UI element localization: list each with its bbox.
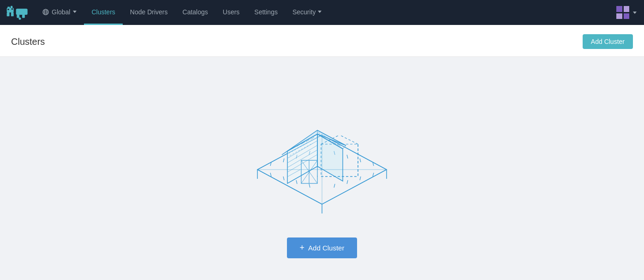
app-switcher-button[interactable]	[613, 2, 633, 23]
plus-icon: +	[300, 243, 305, 253]
globe-icon	[42, 9, 49, 15]
svg-rect-7	[16, 9, 28, 15]
nav-catalogs[interactable]: Catalogs	[175, 0, 215, 25]
security-chevron-icon	[318, 11, 322, 13]
nav-security-label: Security	[292, 8, 316, 16]
svg-line-24	[373, 173, 374, 177]
nav-catalogs-label: Catalogs	[183, 8, 208, 16]
svg-point-10	[19, 18, 21, 20]
app-switcher-chevron-icon	[633, 12, 637, 14]
svg-line-26	[347, 180, 348, 184]
svg-rect-9	[22, 15, 25, 18]
empty-state: + Add Cluster	[216, 84, 428, 258]
svg-rect-3	[7, 12, 10, 16]
logo-svg	[6, 4, 29, 21]
global-label: Global	[52, 8, 70, 16]
app-switcher-cell-2	[624, 6, 630, 12]
svg-point-5	[7, 9, 9, 10]
farm-illustration-svg	[216, 84, 428, 223]
svg-line-25	[360, 177, 361, 180]
svg-line-27	[334, 184, 335, 188]
add-cluster-center-label: Add Cluster	[308, 244, 344, 252]
nav-global[interactable]: Global	[35, 0, 84, 25]
svg-line-31	[283, 158, 284, 162]
add-cluster-center-button[interactable]: + Add Cluster	[287, 237, 358, 258]
nav-clusters[interactable]: Clusters	[84, 0, 122, 25]
app-switcher-cell-1	[616, 6, 622, 12]
navbar: Global Clusters Node Drivers Catalogs Us…	[0, 0, 644, 25]
svg-rect-8	[17, 15, 19, 18]
svg-point-6	[12, 8, 13, 10]
nav-clusters-label: Clusters	[91, 8, 115, 16]
empty-illustration	[216, 84, 428, 223]
nav-users[interactable]: Users	[215, 0, 247, 25]
svg-line-21	[296, 180, 297, 184]
svg-line-20	[283, 177, 284, 180]
global-chevron-icon	[73, 11, 77, 13]
app-switcher-cell-4	[624, 13, 630, 19]
nav-node-drivers[interactable]: Node Drivers	[123, 0, 175, 25]
page-header: Clusters Add Cluster	[0, 25, 644, 57]
nav-items: Global Clusters Node Drivers Catalogs Us…	[35, 0, 613, 25]
app-switcher-cell-3	[616, 13, 622, 19]
svg-line-70	[340, 135, 358, 144]
nav-users-label: Users	[223, 8, 240, 16]
page-title: Clusters	[11, 37, 45, 47]
add-cluster-button[interactable]: Add Cluster	[583, 34, 633, 49]
svg-rect-4	[11, 12, 14, 16]
svg-rect-1	[7, 7, 10, 9]
svg-line-36	[347, 155, 348, 158]
svg-line-22	[309, 184, 310, 188]
nav-right	[613, 2, 640, 23]
svg-line-19	[270, 173, 271, 177]
nav-settings[interactable]: Settings	[247, 0, 285, 25]
app-logo[interactable]	[4, 3, 31, 22]
svg-rect-2	[11, 6, 12, 8]
main-content: + Add Cluster	[0, 57, 644, 280]
svg-line-35	[360, 158, 361, 162]
nav-node-drivers-label: Node Drivers	[130, 8, 168, 16]
nav-settings-label: Settings	[254, 8, 278, 16]
nav-security[interactable]: Security	[285, 0, 329, 25]
